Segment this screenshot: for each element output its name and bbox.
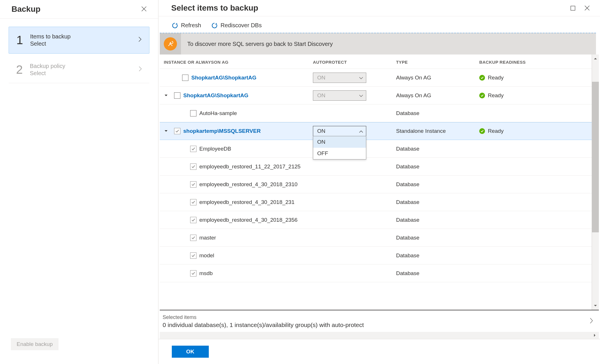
step-number: 2 [16, 63, 30, 77]
cell-name: shopkartemp\MSSQLSERVER [164, 128, 313, 134]
horizontal-scrollbar[interactable] [160, 332, 599, 339]
table-row[interactable]: AutoHa-sampleDatabase [160, 104, 592, 122]
col-readiness: BACKUP READINESS [479, 60, 588, 65]
table-row[interactable]: masterDatabase [160, 229, 592, 247]
table-row[interactable]: employeedb_restored_4_30_2018_231Databas… [160, 193, 592, 211]
autoprotect-select: ON [313, 90, 366, 101]
table-row[interactable]: ShopkartAG\ShopkartAGONAlways On AGReady [160, 87, 592, 104]
refresh-button[interactable]: Refresh [172, 22, 201, 29]
instance-link[interactable]: ShopkartAG\ShopkartAG [191, 75, 256, 81]
rediscover-button[interactable]: Rediscover DBs [211, 22, 262, 29]
row-checkbox[interactable] [174, 128, 180, 134]
sidebar-header: Backup [0, 0, 158, 19]
status-text: Ready [488, 128, 504, 134]
row-checkbox[interactable] [190, 217, 196, 223]
scroll-track[interactable] [592, 63, 599, 302]
chevron-right-icon[interactable] [590, 318, 593, 326]
row-checkbox[interactable] [190, 181, 196, 188]
cell-name: employeedb_restored_4_30_2018_2356 [164, 217, 313, 223]
database-name: master [199, 235, 216, 241]
cell-type: Always On AG [396, 75, 479, 81]
chevron-down-icon [359, 92, 363, 99]
close-icon[interactable] [583, 4, 591, 12]
database-name: EmployeeDB [199, 146, 231, 152]
chevron-right-icon [138, 36, 142, 44]
sidebar-footer: Enable backup [0, 331, 158, 364]
scroll-up-icon[interactable] [592, 54, 599, 63]
vertical-scrollbar[interactable] [592, 54, 599, 310]
footer-actions: OK [159, 339, 600, 364]
cell-autoprotect: ON [313, 90, 396, 101]
database-name: employeedb_restored_11_22_2017_2125 [199, 163, 301, 170]
dropdown-option-on[interactable]: ON [313, 136, 366, 148]
check-circle-icon [479, 93, 485, 98]
table-row[interactable]: employeedb_restored_4_30_2018_2310Databa… [160, 176, 592, 193]
database-name: model [199, 252, 214, 259]
table-row[interactable]: employeedb_restored_4_30_2018_2356Databa… [160, 211, 592, 229]
selected-items-summary[interactable]: Selected items 0 individual database(s),… [160, 310, 599, 332]
step-items-to-backup[interactable]: 1 Items to backup Select [9, 27, 149, 54]
cell-type: Always On AG [396, 92, 479, 99]
info-icon-wrap [160, 33, 181, 54]
step-backup-policy[interactable]: 2 Backup policy Select [9, 57, 149, 83]
cell-name: employeedb_restored_4_30_2018_2310 [164, 181, 313, 188]
cell-name: model [164, 252, 313, 259]
row-checkbox[interactable] [190, 146, 196, 152]
table-row[interactable]: EmployeeDBDatabase [160, 140, 592, 158]
scroll-down-icon[interactable] [592, 302, 599, 310]
cell-type: Database [396, 270, 479, 277]
cell-readiness: Ready [479, 75, 588, 81]
scroll-thumb[interactable] [592, 82, 599, 232]
chevron-up-icon [359, 128, 363, 134]
table-row[interactable]: shopkartemp\MSSQLSERVERONONOFFStandalone… [160, 122, 592, 140]
instance-link[interactable]: ShopkartAG\ShopkartAG [183, 92, 248, 99]
expand-icon[interactable] [164, 94, 168, 97]
maximize-icon[interactable] [569, 5, 577, 12]
cell-type: Database [396, 146, 479, 152]
enable-backup-button: Enable backup [11, 338, 59, 350]
summary-text: Selected items 0 individual database(s),… [163, 314, 364, 328]
autoprotect-dropdown[interactable]: ONOFF [313, 136, 366, 159]
table-row[interactable]: employeedb_restored_11_22_2017_2125Datab… [160, 158, 592, 176]
scroll-right-icon[interactable] [591, 332, 599, 339]
cell-name: EmployeeDB [164, 146, 313, 152]
ok-button[interactable]: OK [172, 346, 209, 358]
row-checkbox[interactable] [190, 163, 196, 170]
step-label: Items to backup [30, 33, 138, 40]
dropdown-option-off[interactable]: OFF [313, 148, 366, 159]
cell-type: Database [396, 199, 479, 205]
expand-icon[interactable] [164, 130, 168, 132]
close-icon[interactable] [139, 4, 149, 14]
cell-readiness: Ready [479, 92, 588, 99]
row-checkbox[interactable] [182, 75, 188, 81]
row-checkbox[interactable] [190, 110, 196, 116]
table-row[interactable]: ShopkartAG\ShopkartAGONAlways On AGReady [160, 69, 592, 87]
col-instance: INSTANCE OR ALWAYSON AG [164, 60, 313, 65]
table-row[interactable]: modelDatabase [160, 247, 592, 264]
row-checkbox[interactable] [190, 199, 196, 205]
sidebar-title: Backup [11, 5, 40, 14]
table-row[interactable]: msdbDatabase [160, 264, 592, 282]
instance-link[interactable]: shopkartemp\MSSQLSERVER [183, 128, 261, 134]
step-number: 1 [16, 33, 30, 47]
cell-name: AutoHa-sample [164, 110, 313, 116]
row-checkbox[interactable] [190, 235, 196, 241]
status-text: Ready [488, 92, 504, 99]
sidebar: Backup 1 Items to backup Select 2 Backup… [0, 0, 158, 364]
row-checkbox[interactable] [174, 92, 180, 99]
info-text: To discover more SQL servers go back to … [181, 41, 339, 47]
step-label: Backup policy [30, 63, 139, 69]
cell-name: msdb [164, 270, 313, 277]
chevron-right-icon [139, 66, 142, 73]
row-checkbox[interactable] [190, 270, 196, 277]
autoprotect-select[interactable]: ONONOFF [313, 126, 366, 136]
check-circle-icon [479, 75, 485, 81]
autoprotect-value: ON [317, 75, 326, 81]
main: Select items to backup Refresh Rediscove… [158, 0, 600, 364]
cell-type: Database [396, 181, 479, 188]
check-circle-icon [479, 128, 485, 134]
refresh-icon [172, 22, 178, 29]
cell-autoprotect: ON [313, 73, 396, 83]
autoprotect-select: ON [313, 73, 366, 83]
row-checkbox[interactable] [190, 252, 196, 259]
